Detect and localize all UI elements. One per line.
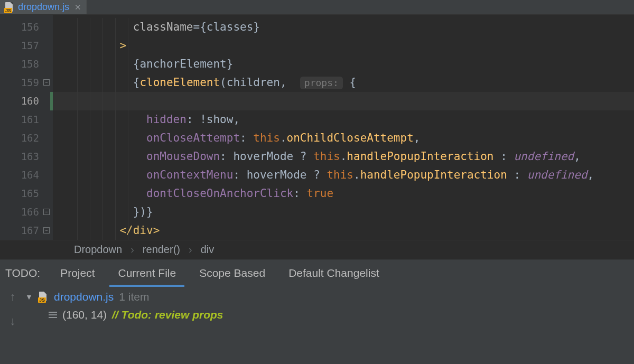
breadcrumb-item[interactable]: Dropdown [74,244,122,256]
todo-tab[interactable]: Project [49,259,106,287]
code-token [53,132,146,144]
code-token: hidden [146,113,187,126]
code-token: : ! [187,113,207,126]
code-line[interactable]: className={classes} [53,18,634,36]
todo-tabs: TODO: ProjectCurrent FileScope BasedDefa… [0,259,634,287]
editor-gutter[interactable]: 156157158159160161162163164165166167 −−− [0,15,53,240]
code-token: { [200,21,207,33]
breadcrumb-item[interactable]: div [201,244,215,256]
breadcrumb[interactable]: Dropdown › render() › div [0,240,634,259]
code-token: > [119,39,126,52]
todo-file-name: dropdown.js [54,291,114,303]
todo-tab[interactable]: Scope Based [188,259,277,287]
todo-comment-prefix: // [112,309,122,321]
code-token: ? [306,169,327,181]
code-token [53,206,133,218]
code-token: this [327,169,353,181]
code-line[interactable]: hidden: !show, [53,110,634,129]
code-token: : [293,187,306,200]
breadcrumb-item[interactable]: render() [143,244,180,256]
code-token: hoverMode [247,169,307,181]
code-token: dontCloseOnAnchorClick [146,187,293,200]
todo-panel-title: TODO: [3,267,49,279]
code-token: })} [133,206,153,218]
code-line[interactable]: onContextMenu: hoverMode ? this.handlePo… [53,166,634,184]
fold-toggle-icon[interactable]: − [43,209,50,215]
code-token: this [313,150,340,163]
code-token: { [133,76,140,89]
code-line[interactable]: onMouseDown: hoverMode ? this.handlePopu… [53,147,634,166]
code-token [53,21,133,33]
js-file-icon: JS [38,293,49,301]
code-token: : [233,169,246,181]
code-line[interactable]: > [53,36,634,55]
code-token: onCloseAttempt [146,132,240,144]
code-token [53,39,119,52]
fold-toggle-icon[interactable]: − [43,79,50,86]
todo-file-count: 1 item [119,291,149,303]
line-number[interactable]: 162 [0,129,53,147]
code-token: . [353,169,360,181]
todo-tab[interactable]: Default Changelist [277,259,391,287]
code-token: classes [207,21,254,33]
line-number[interactable]: 165 [0,184,53,203]
todo-file-row[interactable]: ▼ JS dropdown.js 1 item [25,288,634,306]
chevron-right-icon: › [130,244,134,256]
line-number[interactable]: 163 [0,147,53,166]
todo-location: (160, 14) [62,309,107,321]
line-number[interactable]: 156 [0,18,53,36]
code-area[interactable]: className={classes} > {anchorElement} {c… [53,15,634,240]
chevron-right-icon: › [189,244,192,256]
code-token: : [494,150,514,163]
close-tab-icon[interactable]: ✕ [72,3,81,12]
code-token: anchorElement [139,58,226,70]
fold-toggle-icon[interactable]: − [43,227,50,234]
todo-item-row[interactable]: (160, 14) // Todo: review props [25,306,634,324]
code-token: this [253,132,280,144]
line-number[interactable]: 161 [0,110,53,129]
code-token [53,113,146,126]
code-token: hoverMode [233,150,293,163]
code-token [53,224,119,237]
code-token: cloneElement [139,76,220,89]
code-token: = [193,21,200,33]
code-token: , [233,113,240,126]
todo-side-toolbar: ↑ ↓ [0,287,25,364]
code-line[interactable]: onCloseAttempt: this.onChildCloseAttempt… [53,129,634,147]
code-token: } [253,21,260,33]
code-token [53,76,133,89]
code-editor[interactable]: 156157158159160161162163164165166167 −−−… [0,15,634,240]
code-token: undefined [514,150,574,163]
arrow-down-icon[interactable]: ↓ [10,314,16,328]
code-token: onMouseDown [146,150,220,163]
collapse-icon[interactable]: ▼ [25,293,33,301]
code-token: : [240,132,253,144]
code-line[interactable]: {anchorElement} [53,55,634,73]
code-line[interactable]: dontCloseOnAnchorClick: true [53,184,634,203]
code-line[interactable]: {cloneElement(children, props: { [53,73,634,92]
todo-tab[interactable]: Current File [106,259,188,287]
code-token: . [340,150,347,163]
code-token [53,58,133,70]
code-token: ( [220,76,227,89]
code-token: , [280,76,293,89]
code-token: onContextMenu [146,169,233,181]
code-token: , [588,169,594,181]
code-token: : [220,150,233,163]
line-number[interactable]: 157 [0,36,53,55]
current-line-highlight [53,92,634,110]
js-file-icon: JS [4,4,15,11]
code-token: undefined [527,169,588,181]
file-tab[interactable]: JS dropdown.js ✕ [0,0,87,14]
code-token: handlePopupInteraction [347,150,493,163]
code-line[interactable]: </div> [53,221,634,240]
todo-tree[interactable]: ▼ JS dropdown.js 1 item (160, 14) // Tod… [25,287,634,364]
code-token: : [507,169,527,181]
line-number[interactable]: 160 [0,92,53,110]
line-number[interactable]: 164 [0,166,53,184]
code-line[interactable]: })} [53,203,634,221]
arrow-up-icon[interactable]: ↑ [10,290,16,304]
line-number[interactable]: 158 [0,55,53,73]
code-token: . [280,132,287,144]
code-token [53,187,146,200]
